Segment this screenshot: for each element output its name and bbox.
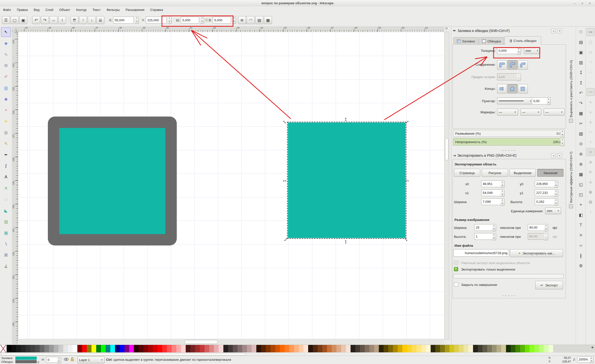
dock-close-button[interactable]: ✕: [557, 29, 562, 33]
scale-stroke-toggle-icon[interactable]: ≋: [238, 16, 246, 24]
palette-swatch[interactable]: [332, 345, 336, 352]
palette-swatch[interactable]: [115, 345, 120, 352]
palette-swatch[interactable]: [148, 345, 153, 352]
palette-swatch[interactable]: [190, 345, 195, 352]
palette-swatch[interactable]: [181, 345, 186, 352]
selected-rectangle[interactable]: [288, 122, 406, 238]
dock-tab-align[interactable]: Выровнять и расставить (Shift+Ctrl+A): [567, 29, 575, 123]
snap-bbox-corners-icon[interactable]: ∷: [587, 58, 594, 66]
menu-справка[interactable]: Справка: [147, 6, 166, 13]
snap-nodes-icon[interactable]: ⊶: [587, 88, 595, 96]
dock-resize-handle[interactable]: • • • • •: [451, 149, 567, 152]
dock-collapse-button[interactable]: ◂: [551, 153, 556, 158]
tool-connector[interactable]: ⌘: [1, 250, 11, 260]
palette-swatch[interactable]: [285, 345, 289, 352]
palette-swatch[interactable]: [506, 345, 511, 352]
flip-horizontal-icon[interactable]: ↔: [50, 16, 58, 24]
raise-icon[interactable]: ↑: [79, 16, 87, 24]
fill-indicator-swatch[interactable]: [15, 357, 37, 360]
select-all-icon[interactable]: ☰: [2, 16, 10, 24]
dash-offset-spinner[interactable]: [547, 97, 551, 105]
create-clone-icon[interactable]: ◱: [577, 181, 585, 188]
tool-star[interactable]: ★: [1, 116, 11, 126]
preferences-icon[interactable]: ⚙: [577, 262, 585, 270]
cap-square-button[interactable]: [518, 84, 528, 93]
palette-swatch[interactable]: [153, 345, 157, 352]
palette-swatch[interactable]: [520, 345, 525, 352]
palette-swatch[interactable]: [233, 345, 238, 352]
vertical-scrollbar-thumb[interactable]: [445, 138, 448, 160]
export-button[interactable]: ↵ Экспорт: [535, 281, 563, 289]
menu-расширения[interactable]: Расширения: [123, 6, 148, 13]
palette-swatch[interactable]: [482, 345, 487, 352]
tab-stroke-paint[interactable]: Обводка: [479, 37, 504, 45]
opacity-spinner[interactable]: [561, 138, 565, 146]
palette-swatch[interactable]: [139, 345, 143, 352]
palette-swatch[interactable]: [49, 345, 54, 352]
layer-visibility-icon[interactable]: [64, 357, 68, 362]
palette-swatch[interactable]: [172, 345, 176, 352]
palette-swatch[interactable]: [322, 345, 327, 352]
stroke-width-unit-dropdown[interactable]: mm: [524, 47, 540, 54]
snap-bbox-edge-midpoints-icon[interactable]: ∴: [587, 68, 594, 76]
dock-collapse-button[interactable]: ◂: [551, 29, 556, 33]
unlink-clone-icon[interactable]: ◰: [577, 191, 585, 199]
palette-swatch[interactable]: [186, 345, 190, 352]
tool-dropper[interactable]: ∖: [1, 239, 11, 249]
palette-swatch[interactable]: [157, 345, 162, 352]
menu-вид[interactable]: Вид: [31, 6, 43, 13]
move-patterns-toggle-icon[interactable]: ▦: [264, 16, 272, 24]
palette-swatch[interactable]: [44, 345, 49, 352]
palette-swatch[interactable]: [388, 345, 393, 352]
palette-swatch[interactable]: [299, 345, 303, 352]
zoom-drawing-icon[interactable]: ⊚: [577, 150, 585, 158]
palette-swatch[interactable]: [21, 345, 26, 352]
x0-field[interactable]: 46,951: [481, 181, 503, 187]
snap-bbox-centers-icon[interactable]: ∙: [587, 78, 594, 86]
horizontal-scrollbar-thumb[interactable]: [184, 340, 218, 344]
marker-dropdown-start[interactable]: —: [497, 109, 518, 116]
menu-объект[interactable]: Объект: [56, 6, 73, 13]
x1-spinner[interactable]: [501, 189, 505, 197]
tool-tweak[interactable]: ∿: [1, 49, 11, 59]
palette-swatch[interactable]: [534, 345, 539, 352]
tool-paint-bucket[interactable]: ◣: [1, 206, 11, 215]
snap-grid-icon[interactable]: ▦: [587, 198, 594, 206]
palette-swatch[interactable]: [351, 345, 355, 352]
zoom-page-icon[interactable]: ⊛: [577, 160, 585, 168]
palette-swatch[interactable]: [35, 345, 40, 352]
snap-page-border-icon[interactable]: ▣: [587, 188, 594, 196]
x-spinner[interactable]: [135, 16, 139, 24]
palette-swatch[interactable]: [412, 345, 416, 352]
palette-swatch[interactable]: [256, 345, 261, 352]
palette-swatch[interactable]: [129, 345, 134, 352]
image-height-field[interactable]: 1: [474, 233, 494, 240]
palette-swatch[interactable]: [511, 345, 515, 352]
palette-swatch[interactable]: [68, 345, 73, 352]
palette-swatch[interactable]: [402, 345, 407, 352]
x0-spinner[interactable]: [501, 181, 505, 188]
palette-swatch[interactable]: [530, 345, 534, 352]
selection-handle-n[interactable]: ↕: [344, 117, 347, 121]
palette-swatch[interactable]: [40, 345, 44, 352]
new-document-icon[interactable]: □: [577, 28, 585, 36]
width-field[interactable]: 5,000: [181, 17, 199, 24]
selection-opacity-spinner[interactable]: [57, 357, 61, 363]
export-area-custom[interactable]: Заказная: [537, 169, 564, 177]
selection-handle-w[interactable]: ↔: [282, 178, 287, 182]
dock-close-button[interactable]: ✕: [557, 153, 562, 158]
lens-corner-icon[interactable]: ⊙: [444, 27, 449, 31]
save-document-icon[interactable]: ▣: [577, 48, 585, 56]
rotate-ccw-icon[interactable]: ↶: [32, 16, 40, 24]
palette-swatch[interactable]: [26, 345, 30, 352]
paste-icon[interactable]: ▧: [577, 130, 585, 138]
copy-icon[interactable]: ▦: [577, 109, 585, 117]
palette-swatch[interactable]: [308, 345, 313, 352]
palette-swatch[interactable]: [266, 345, 270, 352]
snap-rotation-centers-icon[interactable]: ↻: [587, 168, 594, 176]
palette-swatch[interactable]: [120, 345, 124, 352]
palette-swatch[interactable]: [445, 345, 449, 352]
stroke-width-spinner[interactable]: [517, 47, 521, 55]
tool-3dbox[interactable]: ◆: [1, 94, 11, 104]
snap-text-baselines-icon[interactable]: A: [587, 178, 594, 186]
